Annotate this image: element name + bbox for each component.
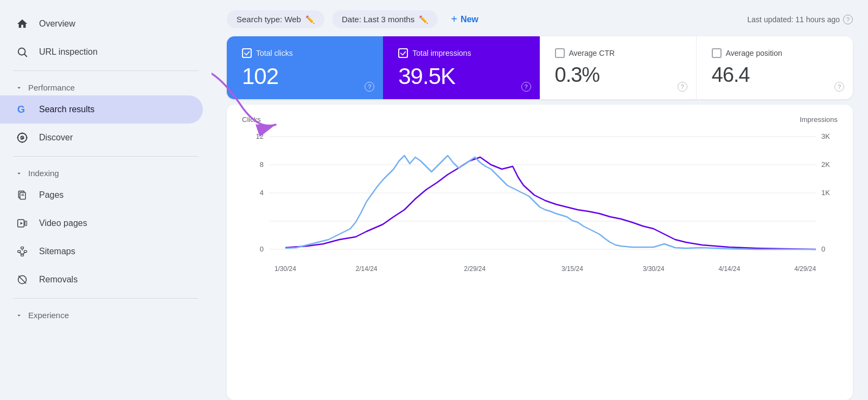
- svg-text:G: G: [17, 104, 25, 115]
- svg-text:0: 0: [260, 245, 264, 253]
- svg-text:3/15/24: 3/15/24: [561, 265, 583, 273]
- avg-ctr-label-row: Average CTR: [555, 48, 681, 58]
- svg-rect-10: [25, 221, 27, 225]
- avg-ctr-label: Average CTR: [569, 49, 615, 57]
- help-icon[interactable]: ?: [843, 15, 853, 24]
- chevron-down-icon-2: [15, 170, 23, 177]
- total-impressions-value: 39.5K: [398, 63, 524, 89]
- avg-ctr-help[interactable]: ?: [678, 82, 687, 92]
- impressions-line: [285, 157, 816, 249]
- total-impressions-label: Total impressions: [412, 49, 471, 57]
- new-label: New: [461, 15, 478, 24]
- divider-1: [13, 70, 199, 71]
- total-impressions-card[interactable]: Total impressions 39.5K ?: [383, 36, 539, 99]
- total-clicks-checkbox[interactable]: [242, 48, 252, 58]
- total-clicks-help[interactable]: ?: [365, 82, 374, 92]
- svg-rect-13: [24, 250, 27, 252]
- avg-ctr-checkbox[interactable]: [555, 48, 565, 58]
- experience-section-header[interactable]: Experience: [0, 303, 212, 323]
- search-type-label: Search type: Web: [237, 15, 301, 24]
- svg-rect-12: [18, 250, 21, 252]
- svg-text:4: 4: [260, 189, 264, 197]
- divider-2: [13, 156, 199, 157]
- new-button[interactable]: + New: [445, 9, 484, 30]
- svg-text:12: 12: [256, 132, 264, 140]
- overview-label: Overview: [39, 19, 75, 29]
- last-updated: Last updated: 11 hours ago ?: [748, 15, 853, 24]
- svg-text:2/14/24: 2/14/24: [356, 265, 378, 273]
- avg-ctr-value: 0.3%: [555, 63, 681, 87]
- svg-line-16: [19, 253, 22, 254]
- avg-ctr-card[interactable]: Average CTR 0.3% ?: [540, 36, 697, 99]
- svg-rect-11: [21, 247, 24, 249]
- svg-text:1/30/24: 1/30/24: [275, 265, 296, 273]
- edit-date-icon: ✏️: [419, 15, 428, 24]
- last-updated-text: Last updated: 11 hours ago: [748, 15, 840, 24]
- video-pages-icon: [15, 216, 29, 230]
- total-clicks-value: 102: [242, 63, 368, 89]
- indexing-section-header[interactable]: Indexing: [0, 161, 212, 181]
- svg-text:1K: 1K: [821, 189, 830, 197]
- content-area: Search type: Web ✏️ Date: Last 3 months …: [212, 0, 868, 400]
- avg-position-help[interactable]: ?: [834, 82, 844, 92]
- sidebar-item-removals[interactable]: Removals: [0, 266, 203, 294]
- avg-position-label-row: Average position: [712, 48, 838, 58]
- date-label: Date: Last 3 months: [342, 15, 414, 24]
- avg-position-card[interactable]: Average position 46.4 ?: [697, 36, 853, 99]
- date-filter[interactable]: Date: Last 3 months ✏️: [332, 10, 438, 28]
- avg-position-value: 46.4: [712, 63, 838, 87]
- clicks-axis-label: Clicks: [242, 115, 261, 124]
- google-g-icon: G: [15, 102, 29, 117]
- total-clicks-card[interactable]: Total clicks 102 ?: [227, 36, 383, 99]
- sidebar-item-sitemaps[interactable]: Sitemaps: [0, 237, 203, 266]
- svg-text:2K: 2K: [821, 160, 830, 169]
- removals-label: Removals: [39, 275, 78, 285]
- impressions-axis-label: Impressions: [800, 115, 838, 124]
- sidebar: Overview URL inspection Performance G Se…: [0, 0, 212, 400]
- chevron-down-icon-3: [15, 312, 23, 319]
- toolbar: Search type: Web ✏️ Date: Last 3 months …: [212, 0, 868, 36]
- chevron-down-icon: [15, 84, 23, 92]
- svg-line-17: [22, 253, 25, 254]
- chart-labels-row: Clicks Impressions: [242, 115, 838, 124]
- total-clicks-label-row: Total clicks: [242, 48, 368, 58]
- avg-position-checkbox[interactable]: [712, 48, 722, 58]
- sidebar-item-url-inspection[interactable]: URL inspection: [0, 38, 203, 66]
- total-impressions-help[interactable]: ?: [521, 82, 531, 92]
- home-icon: [15, 17, 29, 31]
- sidebar-item-discover[interactable]: Discover: [0, 124, 203, 152]
- discover-label: Discover: [39, 133, 73, 143]
- experience-label: Experience: [28, 311, 69, 320]
- chart-container: Clicks Impressions 12 8 4 0 3K 2K 1K 0: [227, 105, 853, 400]
- main-content: Search type: Web ✏️ Date: Last 3 months …: [212, 0, 868, 400]
- svg-line-19: [18, 276, 25, 283]
- metrics-row: Total clicks 102 ? Total impressions 39: [227, 36, 853, 99]
- sidebar-item-search-results[interactable]: G Search results: [0, 95, 203, 124]
- svg-text:4/29/24: 4/29/24: [794, 265, 816, 273]
- url-inspection-label: URL inspection: [39, 47, 98, 57]
- sidebar-item-video-pages[interactable]: Video pages: [0, 209, 203, 237]
- search-results-label: Search results: [39, 105, 94, 114]
- pages-icon: [15, 188, 29, 202]
- search-type-filter[interactable]: Search type: Web ✏️: [227, 10, 324, 28]
- svg-rect-14: [21, 254, 24, 256]
- svg-text:2/29/24: 2/29/24: [464, 265, 486, 273]
- sidebar-item-pages[interactable]: Pages: [0, 181, 203, 209]
- discover-icon: [15, 131, 29, 145]
- divider-3: [13, 298, 199, 299]
- total-impressions-label-row: Total impressions: [398, 48, 524, 58]
- svg-text:3K: 3K: [821, 132, 830, 140]
- performance-section-header[interactable]: Performance: [0, 75, 212, 95]
- sidebar-item-overview[interactable]: Overview: [0, 10, 203, 38]
- search-icon: [15, 45, 29, 59]
- svg-line-1: [24, 54, 27, 56]
- svg-text:4/14/24: 4/14/24: [718, 265, 740, 273]
- pages-label: Pages: [39, 190, 63, 200]
- total-impressions-checkbox[interactable]: [398, 48, 408, 58]
- svg-text:8: 8: [260, 160, 264, 169]
- sitemaps-icon: [15, 244, 29, 259]
- performance-label: Performance: [28, 83, 75, 92]
- plus-icon: +: [451, 13, 457, 25]
- performance-chart: 12 8 4 0 3K 2K 1K 0 1/30/24 2/14/24 2/29…: [242, 126, 838, 283]
- svg-text:0: 0: [821, 245, 825, 253]
